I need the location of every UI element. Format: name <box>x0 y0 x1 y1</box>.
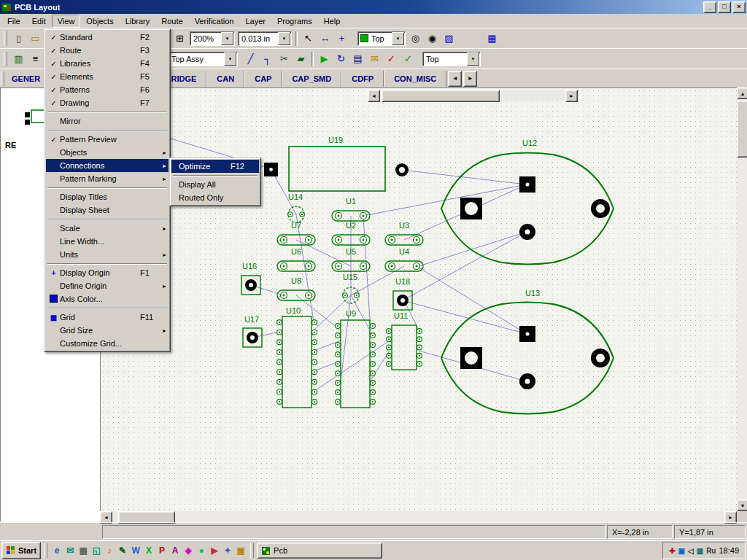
component-U10[interactable] <box>277 316 317 408</box>
powerpoint-icon[interactable]: P <box>155 543 169 558</box>
excel-icon[interactable]: X <box>142 543 155 558</box>
player-icon[interactable]: ▶ <box>208 543 221 558</box>
pattern-editor-icon[interactable]: ▥ <box>10 51 27 67</box>
view-menu-item-scale[interactable]: Scale► <box>46 222 169 235</box>
show-desktop-icon[interactable]: ▦ <box>77 543 90 558</box>
pan-scrollbar[interactable]: ◄ ► <box>368 90 578 101</box>
view-menu-item-route[interactable]: ✓RouteF3 <box>46 44 169 57</box>
menu-programs[interactable]: Programs <box>271 15 318 28</box>
display-icon[interactable]: ▣ <box>678 547 685 555</box>
view-menu-item-grid[interactable]: ▦GridF11 <box>46 311 169 324</box>
horizontal-scrollbar[interactable]: ◄ ► <box>100 511 737 522</box>
view-menu-item-pattern-marking[interactable]: Pattern Marking► <box>46 172 169 185</box>
pad-icon[interactable]: ◉ <box>424 31 441 47</box>
view-menu-item-axis-color[interactable]: Axis Color... <box>46 292 169 306</box>
toolbar-grip[interactable] <box>1 71 4 86</box>
view-menu-item-pattern-preview[interactable]: ✓Pattern Preview <box>46 133 169 146</box>
dropdown-arrow-icon[interactable]: ▼ <box>278 32 290 45</box>
explorer-icon[interactable]: ◱ <box>90 543 103 558</box>
pan-left-arrow-icon[interactable]: ◄ <box>368 90 380 102</box>
net-tool-icon[interactable]: ╱ <box>242 51 259 67</box>
pointer-icon[interactable]: ↖ <box>300 31 317 47</box>
drc-icon[interactable]: ✓ <box>383 51 400 67</box>
antivirus-icon[interactable]: ✚ <box>669 547 675 555</box>
menu-objects[interactable]: Objects <box>80 15 119 28</box>
menu-layer[interactable]: Layer <box>239 15 271 28</box>
layer-combo[interactable]: Top▼ <box>422 52 481 66</box>
measure-icon[interactable]: ↔ <box>317 31 333 47</box>
component-U19[interactable] <box>264 147 409 191</box>
view-menu-item-patterns[interactable]: ✓PatternsF6 <box>46 83 169 96</box>
zoom-fit-icon[interactable]: ⊞ <box>171 31 188 47</box>
component-U13[interactable] <box>441 303 614 414</box>
view-menu-item-display-origin[interactable]: +Display OriginF1 <box>46 266 169 279</box>
network-icon[interactable]: ▥ <box>697 547 703 555</box>
origin-icon[interactable]: + <box>333 31 350 47</box>
dropdown-arrow-icon[interactable]: ▼ <box>224 52 236 66</box>
tools-icon[interactable]: ✦ <box>221 543 234 558</box>
route-tool-icon[interactable]: ┐ <box>259 51 276 67</box>
scroll-down-icon[interactable]: ▼ <box>737 499 747 511</box>
pan-scroll-thumb[interactable] <box>382 90 500 102</box>
dropdown-arrow-icon[interactable]: ▼ <box>221 32 233 45</box>
view-menu-item-customize-grid[interactable]: Customize Grid... <box>46 337 169 350</box>
media-icon[interactable]: ♪ <box>103 543 116 558</box>
start-button[interactable]: Start <box>1 542 41 559</box>
new-icon[interactable]: ▯ <box>10 31 27 47</box>
vertical-scroll-thumb[interactable] <box>737 101 747 158</box>
view-menu-item-standard[interactable]: ✓StandardF2 <box>46 31 169 44</box>
view-menu-item-units[interactable]: Units► <box>46 248 169 261</box>
vertical-scrollbar[interactable]: ▲ ▼ <box>737 88 747 511</box>
menu-verification[interactable]: Verification <box>189 15 240 28</box>
grid-icon[interactable]: ▦ <box>484 31 500 47</box>
access-icon[interactable]: A <box>169 543 182 558</box>
assembly-combo[interactable]: Top Assy▼ <box>168 52 238 66</box>
tabs-scroll-right-icon[interactable]: ► <box>463 71 477 87</box>
tabs-scroll-left-icon[interactable]: ◄ <box>448 71 462 87</box>
menu-help[interactable]: Help <box>318 15 347 28</box>
grid_step-combo[interactable]: 0.013 in▼ <box>238 31 292 46</box>
connections-submenu-item-optimize[interactable]: OptimizeF12 <box>171 160 259 173</box>
close-button[interactable]: × <box>732 1 746 13</box>
view-menu-item-display-sheet[interactable]: Display Sheet <box>46 203 169 217</box>
component-U6[interactable] <box>277 261 315 271</box>
export-icon[interactable]: ▤ <box>349 51 366 67</box>
folder-icon[interactable]: ▣ <box>234 543 247 558</box>
cut-tool-icon[interactable]: ✂ <box>276 51 293 67</box>
dropdown-arrow-icon[interactable]: ▼ <box>467 52 479 66</box>
photo-icon[interactable]: ◈ <box>182 543 195 558</box>
toolbar-grip[interactable] <box>4 52 7 66</box>
view-menu-item-display-titles[interactable]: Display Titles <box>46 190 169 203</box>
minimize-button[interactable]: _ <box>703 1 716 13</box>
view-menu-item-libraries[interactable]: ✓LibrariesF4 <box>46 57 169 70</box>
pattern-tab-cdfp[interactable]: CDFP <box>341 71 384 87</box>
verify-icon[interactable]: ✓ <box>400 51 417 67</box>
ie-icon[interactable]: e <box>50 543 63 558</box>
mail-icon[interactable]: ✉ <box>366 51 383 67</box>
pattern-tab-cap[interactable]: CAP <box>244 71 282 87</box>
pan-right-arrow-icon[interactable]: ► <box>565 90 578 102</box>
autoroute-play-icon[interactable]: ▶ <box>316 51 333 67</box>
language-icon[interactable]: Ru <box>706 547 716 555</box>
toolbar-grip[interactable] <box>4 31 7 46</box>
view-menu-item-mirror[interactable]: Mirror <box>46 114 169 128</box>
view-menu-item-objects[interactable]: Objects► <box>46 146 169 159</box>
view-menu-item-elements[interactable]: ✓ElementsF5 <box>46 70 169 83</box>
view-menu-item-connections[interactable]: Connections► <box>46 159 169 172</box>
view-menu-item-drawing[interactable]: ✓DrawingF7 <box>46 96 169 109</box>
view-menu-item-grid-size[interactable]: Grid Size► <box>46 324 169 337</box>
volume-icon[interactable]: ◁ <box>688 547 694 555</box>
word-icon[interactable]: W <box>129 543 142 558</box>
zoom-combo[interactable]: 200%▼ <box>190 31 235 46</box>
mail-icon[interactable]: ✉ <box>63 543 77 558</box>
pattern-tab-cap-smd[interactable]: CAP_SMD <box>282 71 341 87</box>
view-menu-item-line-width[interactable]: Line Width... <box>46 235 169 248</box>
component-U18[interactable] <box>393 291 412 310</box>
pattern-tab-con-misc[interactable]: CON_MISC <box>384 71 446 87</box>
view-menu-item-define-origin[interactable]: Define Origin► <box>46 279 169 292</box>
component-U16[interactable] <box>241 276 260 295</box>
component-list-icon[interactable]: ≡ <box>27 51 44 67</box>
menu-view[interactable]: View <box>52 15 81 28</box>
via-icon[interactable]: ◎ <box>407 31 424 47</box>
copper-pour-icon[interactable]: ▰ <box>293 51 309 67</box>
